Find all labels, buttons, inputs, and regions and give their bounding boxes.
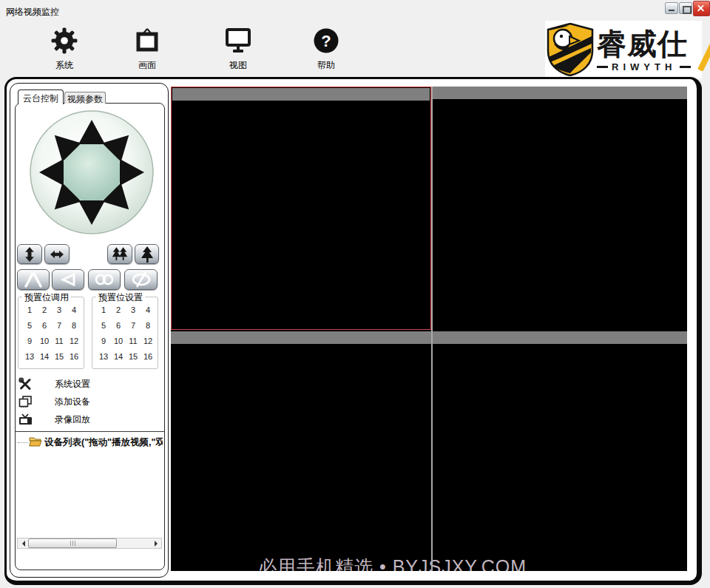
preset-set-number[interactable]: 2	[111, 302, 126, 317]
scroll-left-button[interactable]	[18, 538, 28, 548]
preset-call-number[interactable]: 11	[52, 333, 67, 348]
brand-name-cn: 睿威仕	[597, 27, 691, 61]
brand-name-en-row: RIWYTH	[597, 61, 691, 72]
watermark-text: 必用手机精选 • BYJSJXY.COM	[258, 555, 527, 571]
preset-set-number[interactable]: 3	[126, 302, 141, 317]
picture-frame-icon	[132, 25, 162, 56]
menu-item-system-settings[interactable]: 系统设置	[18, 376, 158, 392]
menu-item-add-device[interactable]: 添加设备	[18, 393, 158, 410]
device-list: 设备列表("拖动"播放视频,"双	[16, 431, 164, 551]
preset-set-number[interactable]: 1	[96, 302, 111, 317]
minimize-icon	[669, 10, 674, 11]
add-device-icon	[18, 396, 33, 408]
video-cell-titlebar	[433, 331, 687, 344]
logo-dash-right	[680, 66, 691, 68]
logo-slash	[697, 32, 710, 72]
horizontal-arrows-icon	[49, 248, 65, 261]
preset-call-number[interactable]: 7	[52, 317, 67, 333]
preset-set-number[interactable]: 16	[141, 348, 155, 364]
maximize-icon	[683, 6, 692, 14]
preset-set-number[interactable]: 9	[96, 333, 111, 348]
close-button[interactable]	[693, 1, 710, 16]
toolbar-label-view: 视图	[229, 59, 247, 72]
logo-dash-left	[597, 66, 608, 68]
window-title: 网络视频监控	[6, 6, 59, 18]
preset-set-number[interactable]: 7	[126, 317, 141, 333]
preset-call-number[interactable]: 9	[22, 333, 37, 348]
preset-set-number[interactable]: 13	[96, 348, 111, 364]
preset-set-number[interactable]: 10	[111, 333, 126, 348]
minimize-button[interactable]	[665, 2, 678, 14]
ptz-wheel[interactable]	[29, 109, 155, 235]
toolbar-item-help[interactable]: ? 帮助	[308, 25, 345, 72]
toolbar-label-help: 帮助	[317, 59, 335, 72]
menu-label: 录像回放	[55, 413, 90, 426]
preset-call-number[interactable]: 4	[67, 302, 81, 317]
tab-video-params[interactable]: 视频参数	[64, 92, 106, 104]
brand-logo: 睿威仕 RIWYTH	[545, 21, 702, 78]
scroll-left-icon	[19, 541, 25, 547]
video-cell-2[interactable]	[433, 87, 687, 330]
menu-label: 系统设置	[55, 378, 90, 391]
focus-near-button[interactable]	[52, 269, 84, 290]
preset-set-number[interactable]: 5	[96, 317, 111, 333]
video-cell-titlebar	[433, 87, 687, 99]
preset-call-number[interactable]: 15	[52, 348, 67, 364]
preset-call-number[interactable]: 8	[67, 317, 81, 333]
preset-call-group: 预置位调用 12345678910111213141516	[18, 297, 84, 369]
folder-icon	[29, 436, 42, 447]
focus-far-button[interactable]	[88, 269, 121, 290]
preset-set-number[interactable]: 6	[111, 317, 126, 333]
video-cell-4[interactable]	[433, 331, 687, 571]
toolbar-label-screen: 画面	[138, 59, 156, 72]
vertical-arrows-icon	[22, 246, 37, 263]
scroll-right-button[interactable]	[151, 538, 161, 548]
preset-set-number[interactable]: 11	[126, 333, 141, 348]
tilt-scan-button[interactable]	[17, 244, 42, 264]
zoom-wide-button[interactable]	[107, 244, 132, 264]
preset-set-number[interactable]: 12	[141, 333, 155, 348]
iris-button[interactable]	[124, 269, 158, 290]
video-cell-1-selected[interactable]	[171, 87, 431, 330]
toolbar-item-view[interactable]: 视图	[220, 25, 257, 72]
preset-set-grid: 12345678910111213141516	[96, 302, 155, 364]
scrollbar-thumb[interactable]	[28, 538, 117, 548]
preset-call-number[interactable]: 6	[37, 317, 52, 333]
tab-ptz-control[interactable]: 云台控制	[18, 89, 64, 104]
preset-call-number[interactable]: 1	[22, 302, 37, 317]
device-list-root[interactable]: 设备列表("拖动"播放视频,"双	[16, 435, 164, 448]
pan-scan-button[interactable]	[44, 244, 70, 264]
video-grid: 必用手机精选 • BYJSJXY.COM	[171, 87, 687, 571]
preset-call-number[interactable]: 3	[52, 302, 67, 317]
monitor-icon	[223, 25, 253, 56]
preset-call-number[interactable]: 12	[67, 333, 81, 348]
preset-call-number[interactable]: 5	[22, 317, 37, 333]
tools-icon	[18, 377, 33, 391]
preset-set-number[interactable]: 14	[111, 348, 126, 364]
preset-set-number[interactable]: 15	[126, 348, 141, 364]
aperture-icon	[21, 271, 45, 288]
preset-set-number[interactable]: 8	[141, 317, 155, 333]
preset-set-number[interactable]: 4	[141, 302, 155, 317]
preset-call-number[interactable]: 16	[67, 348, 81, 364]
tree-connector	[18, 442, 28, 443]
toolbar-label-system: 系统	[55, 59, 73, 72]
iris-slash-icon	[129, 271, 154, 288]
double-tree-icon	[111, 246, 129, 262]
svg-text:?: ?	[321, 32, 331, 50]
zoom-tele-button[interactable]	[135, 244, 159, 264]
horizontal-scrollbar[interactable]	[17, 538, 162, 549]
gear-icon	[50, 25, 78, 56]
preset-call-number[interactable]: 2	[37, 302, 52, 317]
menu-label: 添加设备	[55, 396, 90, 408]
preset-call-number[interactable]: 13	[22, 348, 37, 364]
preset-call-number[interactable]: 14	[37, 348, 52, 364]
video-cell-3[interactable]	[171, 331, 431, 571]
menu-item-playback[interactable]: 录像回放	[18, 411, 158, 428]
toolbar-item-screen[interactable]: 画面	[129, 25, 166, 72]
aperture-button[interactable]	[17, 269, 50, 290]
toolbar-item-system[interactable]: 系统	[46, 25, 83, 72]
single-tree-icon	[140, 246, 155, 263]
preset-call-number[interactable]: 10	[37, 333, 52, 348]
maximize-button[interactable]	[679, 2, 692, 14]
